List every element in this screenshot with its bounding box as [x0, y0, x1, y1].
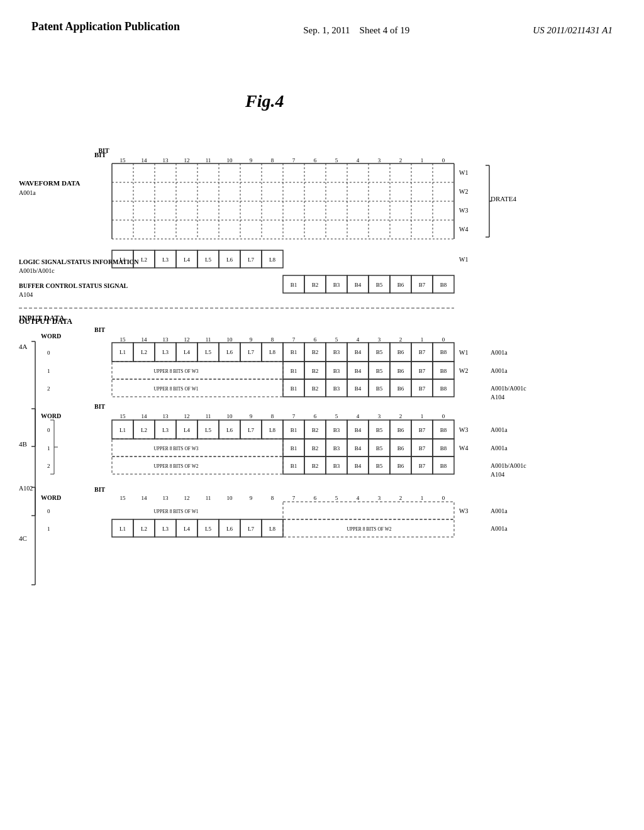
svg-text:L6: L6 — [226, 349, 233, 355]
svg-text:13: 13 — [163, 157, 169, 163]
svg-text:B2: B2 — [312, 427, 319, 433]
svg-text:4B: 4B — [19, 440, 27, 448]
svg-text:B8: B8 — [440, 282, 447, 288]
svg-text:3: 3 — [378, 495, 381, 501]
svg-text:B5: B5 — [376, 427, 383, 433]
svg-text:W4: W4 — [459, 226, 468, 233]
svg-text:B1: B1 — [291, 282, 297, 288]
svg-text:B4: B4 — [355, 368, 362, 374]
svg-text:L1: L1 — [119, 349, 126, 355]
svg-text:B4: B4 — [355, 463, 362, 469]
svg-text:3: 3 — [378, 413, 381, 419]
svg-text:4C: 4C — [19, 534, 27, 542]
svg-text:B6: B6 — [397, 427, 404, 433]
svg-text:11: 11 — [206, 495, 211, 501]
svg-text:W1: W1 — [459, 169, 468, 176]
svg-text:6: 6 — [314, 336, 317, 343]
svg-text:A104: A104 — [491, 394, 504, 401]
svg-text:B6: B6 — [397, 349, 404, 355]
svg-text:B6: B6 — [397, 368, 404, 374]
svg-text:8: 8 — [271, 413, 274, 419]
svg-text:A001b/A001c: A001b/A001c — [491, 462, 526, 469]
svg-text:L8: L8 — [269, 257, 275, 263]
svg-text:B1: B1 — [291, 463, 297, 469]
svg-text:A001b/A001c: A001b/A001c — [491, 385, 526, 392]
svg-text:L7: L7 — [248, 257, 254, 263]
svg-text:B5: B5 — [376, 282, 383, 288]
svg-text:14: 14 — [142, 413, 148, 419]
svg-text:1: 1 — [421, 336, 424, 343]
svg-text:7: 7 — [292, 157, 296, 163]
svg-text:3: 3 — [378, 157, 381, 163]
svg-text:12: 12 — [184, 495, 190, 501]
svg-text:L2: L2 — [141, 257, 147, 263]
svg-text:B8: B8 — [440, 385, 447, 392]
svg-text:WAVEFORM DATA: WAVEFORM DATA — [19, 179, 80, 187]
svg-text:L6: L6 — [226, 427, 233, 433]
svg-text:4: 4 — [357, 413, 360, 419]
svg-text:14: 14 — [142, 336, 148, 343]
svg-text:B2: B2 — [312, 385, 319, 392]
svg-text:BIT: BIT — [94, 326, 106, 333]
svg-text:8: 8 — [271, 495, 274, 501]
svg-text:L7: L7 — [248, 526, 254, 532]
svg-text:11: 11 — [206, 157, 211, 163]
svg-text:L3: L3 — [162, 526, 169, 532]
svg-text:L4: L4 — [184, 427, 190, 433]
svg-text:B1: B1 — [291, 445, 297, 451]
svg-text:2: 2 — [399, 336, 402, 343]
svg-text:L5: L5 — [205, 349, 211, 355]
svg-text:15: 15 — [120, 336, 126, 343]
svg-text:W3: W3 — [459, 207, 468, 214]
svg-text:L4: L4 — [184, 349, 190, 355]
page-header: Patent Application Publication Sep. 1, 2… — [0, 0, 644, 36]
svg-text:B5: B5 — [376, 385, 383, 392]
svg-text:OUTPUT DATA: OUTPUT DATA — [19, 317, 72, 326]
svg-text:12: 12 — [184, 157, 190, 163]
svg-text:1: 1 — [47, 368, 50, 374]
svg-text:B3: B3 — [333, 427, 340, 433]
svg-text:W3: W3 — [459, 507, 468, 514]
svg-text:9: 9 — [250, 336, 253, 343]
svg-text:4: 4 — [357, 336, 360, 343]
svg-text:A001a: A001a — [491, 367, 508, 374]
svg-text:11: 11 — [206, 336, 211, 343]
svg-text:0: 0 — [47, 350, 50, 356]
svg-text:B5: B5 — [376, 349, 383, 355]
svg-text:5: 5 — [335, 495, 338, 501]
svg-text:B2: B2 — [312, 445, 319, 451]
svg-text:L2: L2 — [141, 526, 147, 532]
svg-text:B1: B1 — [291, 349, 297, 355]
svg-text:5: 5 — [335, 336, 338, 343]
svg-text:5: 5 — [335, 413, 338, 419]
svg-text:BIT: BIT — [94, 486, 106, 493]
svg-text:0: 0 — [47, 427, 50, 433]
svg-text:5: 5 — [335, 157, 338, 163]
svg-text:B8: B8 — [440, 427, 447, 433]
svg-text:W2: W2 — [459, 367, 468, 374]
svg-text:0: 0 — [442, 336, 445, 343]
svg-text:B4: B4 — [355, 427, 362, 433]
svg-text:L1: L1 — [119, 427, 126, 433]
svg-text:B3: B3 — [333, 349, 340, 355]
svg-text:BIT: BIT — [94, 403, 106, 410]
svg-text:W1: W1 — [459, 256, 468, 263]
svg-text:A001a: A001a — [491, 426, 508, 433]
svg-text:0: 0 — [442, 413, 445, 419]
svg-text:10: 10 — [227, 336, 233, 343]
svg-text:0: 0 — [442, 495, 445, 501]
svg-text:12: 12 — [184, 336, 190, 343]
svg-text:UPPER 8 BITS OF W1: UPPER 8 BITS OF W1 — [153, 509, 198, 514]
svg-text:B2: B2 — [312, 368, 319, 374]
svg-text:B5: B5 — [376, 368, 383, 374]
svg-text:6: 6 — [314, 413, 317, 419]
svg-text:B1: B1 — [291, 427, 297, 433]
svg-text:L1: L1 — [119, 257, 126, 263]
svg-text:B3: B3 — [333, 282, 340, 288]
svg-text:WORD: WORD — [41, 333, 61, 340]
svg-text:L3: L3 — [162, 257, 169, 263]
svg-text:L8: L8 — [269, 349, 275, 355]
svg-text:L2: L2 — [141, 349, 147, 355]
svg-text:B3: B3 — [333, 368, 340, 374]
svg-text:W2: W2 — [459, 188, 468, 195]
